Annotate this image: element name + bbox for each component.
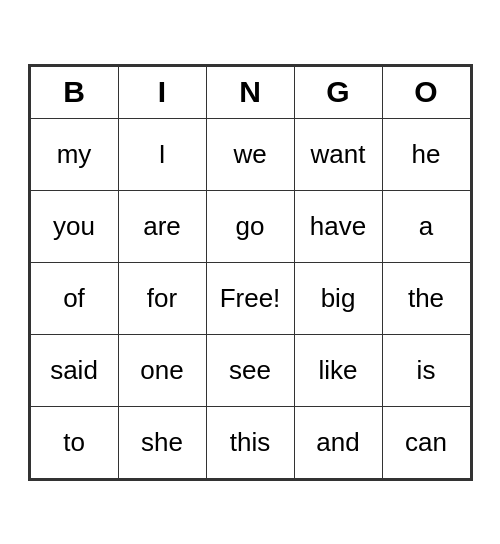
cell-r1c2: I <box>118 118 206 190</box>
table-row: my I we want he <box>30 118 470 190</box>
cell-r5c1: to <box>30 406 118 478</box>
table-row: you are go have a <box>30 190 470 262</box>
cell-r3c1: of <box>30 262 118 334</box>
cell-r5c2: she <box>118 406 206 478</box>
cell-r2c4: have <box>294 190 382 262</box>
cell-r3c3-free: Free! <box>206 262 294 334</box>
cell-r2c5: a <box>382 190 470 262</box>
header-g: G <box>294 66 382 118</box>
cell-r5c4: and <box>294 406 382 478</box>
cell-r1c3: we <box>206 118 294 190</box>
cell-r2c3: go <box>206 190 294 262</box>
cell-r2c1: you <box>30 190 118 262</box>
cell-r4c5: is <box>382 334 470 406</box>
header-b: B <box>30 66 118 118</box>
header-i: I <box>118 66 206 118</box>
cell-r4c1: said <box>30 334 118 406</box>
table-row: said one see like is <box>30 334 470 406</box>
cell-r4c4: like <box>294 334 382 406</box>
cell-r5c5: can <box>382 406 470 478</box>
bingo-card: B I N G O my I we want he you are go hav… <box>28 64 473 481</box>
cell-r1c4: want <box>294 118 382 190</box>
table-row: to she this and can <box>30 406 470 478</box>
cell-r4c2: one <box>118 334 206 406</box>
cell-r4c3: see <box>206 334 294 406</box>
cell-r3c2: for <box>118 262 206 334</box>
cell-r1c1: my <box>30 118 118 190</box>
cell-r3c4: big <box>294 262 382 334</box>
cell-r2c2: are <box>118 190 206 262</box>
cell-r5c3: this <box>206 406 294 478</box>
header-n: N <box>206 66 294 118</box>
table-row: of for Free! big the <box>30 262 470 334</box>
header-o: O <box>382 66 470 118</box>
header-row: B I N G O <box>30 66 470 118</box>
bingo-table: B I N G O my I we want he you are go hav… <box>30 66 471 479</box>
cell-r1c5: he <box>382 118 470 190</box>
cell-r3c5: the <box>382 262 470 334</box>
